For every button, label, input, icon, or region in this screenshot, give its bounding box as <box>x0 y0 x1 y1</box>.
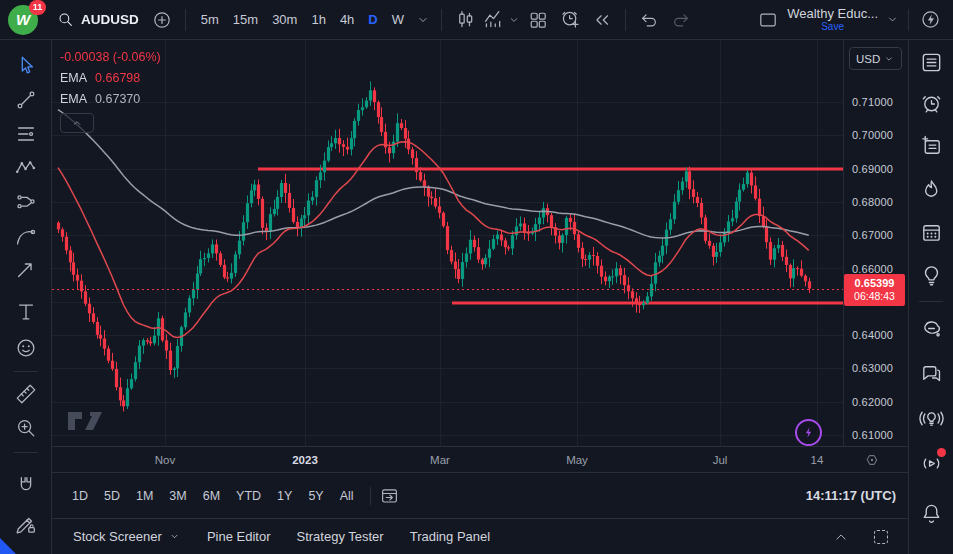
tool-magnet[interactable] <box>12 472 40 500</box>
tool-fib-retracement[interactable] <box>12 120 40 148</box>
range-ytd[interactable]: YTD <box>228 485 269 507</box>
ideas-icon <box>919 263 944 288</box>
tool-cursor[interactable] <box>12 52 40 80</box>
range-5y[interactable]: 5Y <box>300 485 331 507</box>
timeframe-row: 5m15m30m1h4hDW <box>194 8 411 31</box>
range-1y[interactable]: 1Y <box>269 485 300 507</box>
range-6m[interactable]: 6M <box>195 485 228 507</box>
ema-legend-row[interactable]: EMA 0.67370 <box>60 92 161 106</box>
range-1d[interactable]: 1D <box>64 485 96 507</box>
tool-lock-drawings[interactable] <box>12 510 40 538</box>
sidebar-notifications-button[interactable] <box>916 498 946 528</box>
timeframe-w[interactable]: W <box>385 8 411 31</box>
time-tick: May <box>566 454 588 466</box>
toolbar-separator <box>185 9 186 31</box>
last-price-tag: 0.65399 06:48:43 <box>844 274 905 307</box>
tool-brush[interactable] <box>12 222 40 250</box>
create-alert-button[interactable] <box>555 5 585 35</box>
tool-arrow-marker[interactable] <box>12 256 40 284</box>
range-3m[interactable]: 3M <box>161 485 194 507</box>
calendar-icon <box>919 220 944 245</box>
range-all[interactable]: All <box>332 485 362 507</box>
sidebar-hotlists-button[interactable] <box>916 174 946 204</box>
time-tick: Jul <box>713 454 728 466</box>
legend-collapse-button[interactable] <box>60 113 94 133</box>
tab-label: Trading Panel <box>410 529 490 544</box>
lock-drawings-icon <box>14 512 38 536</box>
range-5d[interactable]: 5D <box>96 485 128 507</box>
fib-retracement-icon <box>14 122 38 146</box>
tool-trend-line[interactable] <box>12 86 40 114</box>
sidebar-ideas-button[interactable] <box>916 260 946 290</box>
tradingview-app: { "topbar": { "badge": "11", "symbol": "… <box>0 0 953 554</box>
compare-add-button[interactable] <box>147 5 177 35</box>
price-tick: 0.63000 <box>852 362 893 374</box>
corner-accent <box>0 538 16 554</box>
timeframe-15m[interactable]: 15m <box>226 8 265 31</box>
save-layout-button[interactable] <box>753 5 783 35</box>
save-label[interactable]: Save <box>821 22 844 32</box>
candles-icon <box>454 8 477 31</box>
tool-emoji[interactable] <box>12 334 40 362</box>
range-toolbar: 1D5D1M3M6MYTD1Y5YAll 14:11:17 (UTC) <box>52 472 908 518</box>
chevron-down-icon <box>168 530 181 543</box>
goto-date-button[interactable] <box>379 485 400 506</box>
sidebar-alerts-button[interactable] <box>916 88 946 118</box>
sidebar-calendar-button[interactable] <box>916 217 946 247</box>
text-tool-icon <box>14 300 38 324</box>
range-1m[interactable]: 1M <box>128 485 161 507</box>
timeframe-1h[interactable]: 1h <box>304 8 332 31</box>
sidebar-watchlist-button[interactable] <box>916 47 946 77</box>
session-clock[interactable]: 14:11:17 (UTC) <box>806 488 896 503</box>
symbol-search-button[interactable]: AUDUSD <box>50 10 145 29</box>
timeframe-menu-button[interactable] <box>413 5 433 35</box>
time-axis[interactable]: Nov2023MarMayJul14 <box>52 446 908 472</box>
undo-button[interactable] <box>634 5 664 35</box>
currency-dropdown[interactable]: USD <box>849 47 902 70</box>
tab-strategy-tester[interactable]: Strategy Tester <box>283 523 396 550</box>
tab-trading-panel[interactable]: Trading Panel <box>397 523 503 550</box>
redo-button[interactable] <box>666 5 696 35</box>
tab-pine-editor[interactable]: Pine Editor <box>194 523 284 550</box>
sidebar-minds-button[interactable] <box>916 313 946 343</box>
price-chart-canvas[interactable] <box>52 40 843 446</box>
bar-countdown: 06:48:43 <box>844 290 905 304</box>
axis-settings-gear-icon[interactable] <box>865 452 880 467</box>
logo-glyph: W <box>16 11 30 28</box>
tool-zoom-in[interactable] <box>12 414 40 442</box>
sidebar-notes-add-button[interactable] <box>916 131 946 161</box>
lightning-fab-button[interactable] <box>795 419 822 446</box>
ema-legend-row[interactable]: EMA 0.66798 <box>60 71 161 85</box>
timeframe-30m[interactable]: 30m <box>265 8 304 31</box>
hotlists-icon <box>919 177 944 202</box>
timeframe-4h[interactable]: 4h <box>333 8 361 31</box>
chart-style-button[interactable] <box>450 5 480 35</box>
app-logo[interactable]: W 11 <box>8 5 38 35</box>
panel-expand-button[interactable] <box>826 522 856 552</box>
price-tick: 0.62000 <box>852 396 893 408</box>
timeframe-5m[interactable]: 5m <box>194 8 226 31</box>
drawing-toolbar <box>0 40 52 554</box>
timeframe-d[interactable]: D <box>361 8 384 31</box>
tool-forecast[interactable] <box>12 188 40 216</box>
layout-name-button[interactable]: Wealthy Educ... Save <box>783 7 882 32</box>
tool-ruler[interactable] <box>12 380 40 408</box>
layout-menu-button[interactable] <box>882 5 902 35</box>
price-change: -0.00038 (-0.06%) <box>60 50 161 64</box>
sidebar-streams-button[interactable] <box>916 448 946 478</box>
tool-text-tool[interactable] <box>12 298 40 326</box>
layout-grid-button[interactable] <box>523 5 553 35</box>
quick-flash-button[interactable] <box>915 5 945 35</box>
indicators-button[interactable] <box>482 5 521 35</box>
sidebar-chat-button[interactable] <box>916 358 946 388</box>
currency-value: USD <box>856 53 880 65</box>
bar-replay-button[interactable] <box>587 5 617 35</box>
tab-label: Strategy Tester <box>296 529 383 544</box>
tab-stock-screener[interactable]: Stock Screener <box>60 523 194 550</box>
sidebar-live-ideas-button[interactable] <box>916 403 946 433</box>
panel-maximize-button[interactable] <box>866 522 896 552</box>
watchlist-icon <box>919 50 944 75</box>
price-axis[interactable]: USD 0.710000.700000.690000.680000.670000… <box>843 40 908 446</box>
price-tick: 0.70000 <box>852 129 893 141</box>
tool-xabcd-pattern[interactable] <box>12 154 40 182</box>
